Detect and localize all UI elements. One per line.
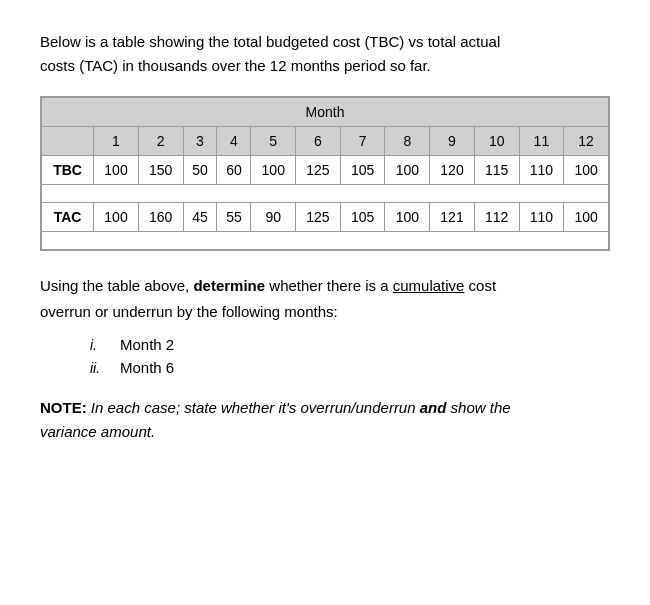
tac-m5: 90 [251,203,296,232]
tac-row: TAC 100 160 45 55 90 125 105 100 121 112… [42,203,609,232]
cost-table-container: Month 1 2 3 4 5 6 7 8 9 10 11 12 TBC 100 [40,96,610,251]
empty-header [42,127,94,156]
tac-m12: 100 [564,203,609,232]
col-11: 11 [519,127,564,156]
sub-q-label-i: i. [90,337,120,353]
question-part3: cost [464,277,496,294]
intro-line1: Below is a table showing the total budge… [40,33,500,50]
tbc-m10: 115 [474,156,519,185]
tac-m3: 45 [183,203,217,232]
tbc-m4: 60 [217,156,251,185]
question-line1: Using the table above, determine whether… [40,273,610,299]
tac-m9: 121 [430,203,475,232]
note-bold-italic: and [420,399,447,416]
sub-question-i: i. Month 2 [90,336,610,353]
note-prefix: NOTE: [40,399,91,416]
col-6: 6 [296,127,341,156]
sub-q-text-i: Month 2 [120,336,174,353]
tbc-m2: 150 [138,156,183,185]
note-text: NOTE: In each case; state whether it's o… [40,396,610,444]
cost-table: Month 1 2 3 4 5 6 7 8 9 10 11 12 TBC 100 [41,97,609,250]
tac-m6: 125 [296,203,341,232]
tac-m10: 112 [474,203,519,232]
sub-q-text-ii: Month 6 [120,359,174,376]
note-italic2: show the [446,399,510,416]
col-12: 12 [564,127,609,156]
tbc-m6: 125 [296,156,341,185]
month-header-row: Month [42,98,609,127]
question-bold: determine [193,277,265,294]
tbc-row: TBC 100 150 50 60 100 125 105 100 120 11… [42,156,609,185]
note-line2: variance amount. [40,423,155,440]
empty-row-2 [42,232,609,250]
tbc-m7: 105 [340,156,385,185]
tac-m1: 100 [94,203,139,232]
tbc-m8: 100 [385,156,430,185]
col-5: 5 [251,127,296,156]
empty-cell-1 [42,185,609,203]
tbc-m12: 100 [564,156,609,185]
question-text: Using the table above, determine whether… [40,273,610,324]
col-10: 10 [474,127,519,156]
tac-m7: 105 [340,203,385,232]
tac-label: TAC [42,203,94,232]
tbc-m1: 100 [94,156,139,185]
tbc-m5: 100 [251,156,296,185]
question-underline: cumulative [393,277,465,294]
tac-m2: 160 [138,203,183,232]
col-9: 9 [430,127,475,156]
question-part2: whether there is a [265,277,393,294]
sub-question-ii: ii. Month 6 [90,359,610,376]
col-8: 8 [385,127,430,156]
col-1: 1 [94,127,139,156]
intro-line2: costs (TAC) in thousands over the 12 mon… [40,57,431,74]
tac-m8: 100 [385,203,430,232]
col-2: 2 [138,127,183,156]
month-header-cell: Month [42,98,609,127]
tbc-label: TBC [42,156,94,185]
question-part1: Using the table above, [40,277,193,294]
tbc-m11: 110 [519,156,564,185]
tbc-m9: 120 [430,156,475,185]
note-italic1: In each case; state whether it's overrun… [91,399,420,416]
intro-text: Below is a table showing the total budge… [40,30,610,78]
col-4: 4 [217,127,251,156]
empty-cell-2 [42,232,609,250]
col-numbers-row: 1 2 3 4 5 6 7 8 9 10 11 12 [42,127,609,156]
col-7: 7 [340,127,385,156]
col-3: 3 [183,127,217,156]
tac-m4: 55 [217,203,251,232]
tac-m11: 110 [519,203,564,232]
sub-q-label-ii: ii. [90,360,120,376]
tbc-m3: 50 [183,156,217,185]
empty-row-1 [42,185,609,203]
sub-questions-list: i. Month 2 ii. Month 6 [90,336,610,376]
question-line2: overrun or underrun by the following mon… [40,299,610,325]
